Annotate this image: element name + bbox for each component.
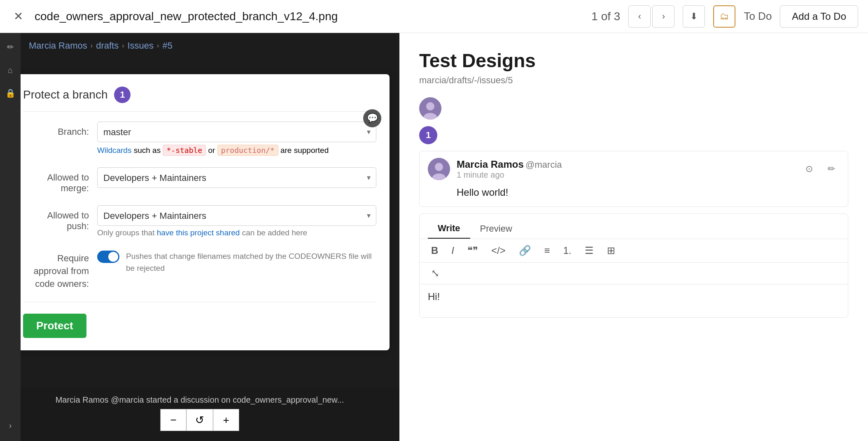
breadcrumb-item[interactable]: #5 (162, 40, 172, 51)
merge-select[interactable]: Developers + Maintainers (97, 167, 376, 188)
expand-row: ⤡ (420, 263, 848, 284)
task-list-button[interactable]: ☰ (581, 243, 597, 258)
next-button[interactable]: › (652, 5, 674, 28)
modal-title: Protect a branch (23, 88, 107, 101)
push-row: Allowed to push: Developers + Maintainer… (23, 205, 376, 237)
code-button[interactable]: </> (488, 243, 509, 258)
todo-label: To Do (744, 10, 772, 23)
push-select-wrapper: Developers + Maintainers (97, 205, 376, 226)
approval-field: ✓ Pushes that change filenames matched b… (97, 249, 376, 274)
avatar (419, 97, 441, 120)
prev-button[interactable]: ‹ (628, 5, 651, 28)
add-todo-button[interactable]: Add a To Do (780, 5, 858, 28)
edit-button[interactable]: ✏ (823, 161, 840, 177)
breadcrumb-user[interactable]: Marcia Ramos (29, 40, 87, 51)
right-panel: Test Designs marcia/drafts/-/issues/5 1 (399, 33, 868, 441)
approval-label: Require approval from code owners: (23, 249, 97, 290)
link-button[interactable]: 🔗 (516, 243, 534, 258)
push-hint: Only groups that have this project share… (97, 228, 376, 237)
wildcard-hint: Wildcards such as *-stable or production… (97, 145, 376, 156)
resolve-button[interactable]: ⊙ (801, 161, 817, 177)
comment-actions: ⊙ ✏ (801, 161, 840, 177)
avatar-image (419, 97, 441, 120)
wildcard-code2: production/* (217, 145, 278, 156)
bottom-bar: Marcia Ramos @marcia started a discussio… (0, 387, 399, 441)
table-button[interactable]: ⊞ (604, 243, 618, 258)
protect-button[interactable]: Protect (23, 314, 86, 338)
comment-meta: Marcia Ramos @marcia 1 minute ago (457, 159, 794, 180)
approval-desc: Pushes that change filenames matched by … (126, 251, 376, 274)
modal-step-badge: 1 (114, 87, 131, 103)
write-tabs: Write Preview (420, 214, 848, 239)
comment-card: Marcia Ramos @marcia 1 minute ago ⊙ ✏ He… (419, 151, 848, 207)
branch-field: master Wildcards such as *-stable or pro… (97, 122, 376, 156)
image-viewer: ✏ ⌂ 🔒 › Marcia Ramos › drafts › Issues ›… (0, 33, 399, 441)
page-counter: 1 of 3 (591, 10, 620, 23)
branch-select[interactable]: master (97, 122, 376, 142)
filename-title: code_owners_approval_new_protected_branc… (35, 10, 583, 23)
svg-point-4 (435, 163, 443, 171)
expand-button[interactable]: ⤡ (428, 266, 443, 281)
step-number: 1 (419, 126, 437, 144)
top-bar: ✕ code_owners_approval_new_protected_bra… (0, 0, 868, 33)
push-select[interactable]: Developers + Maintainers (97, 205, 376, 226)
breadcrumb-section[interactable]: Issues (128, 40, 154, 51)
panel-title: Test Designs (419, 49, 848, 72)
archive-button[interactable]: 🗂 (713, 5, 735, 28)
merge-field: Developers + Maintainers (97, 167, 376, 188)
nav-controls: ‹ › (628, 5, 674, 28)
zoom-in-button[interactable]: + (213, 409, 239, 431)
lock-icon[interactable]: 🔒 (3, 86, 18, 101)
write-tab[interactable]: Write (428, 219, 470, 239)
wildcard-link[interactable]: Wildcards (97, 146, 131, 155)
marker-icon: 💬 (367, 113, 378, 124)
discussion-marker: 💬 (363, 109, 381, 127)
sidebar-icons: ✏ ⌂ 🔒 › (0, 33, 21, 441)
edit-icon[interactable]: ✏ (3, 40, 18, 54)
branch-select-wrapper: master (97, 122, 376, 142)
write-toolbar: B I ❝❞ </> 🔗 ≡ 1. ☰ ⊞ (420, 239, 848, 263)
panel-path: marcia/drafts/-/issues/5 (419, 75, 848, 86)
ordered-list-button[interactable]: 1. (560, 243, 575, 258)
zoom-controls: − ↺ + (160, 409, 239, 431)
bold-button[interactable]: B (428, 243, 441, 258)
quote-button[interactable]: ❝❞ (464, 243, 481, 258)
merge-label: Allowed to merge: (23, 167, 97, 194)
push-label: Allowed to push: (23, 205, 97, 232)
push-hint-link[interactable]: have this project shared (157, 228, 240, 237)
wildcard-code1: *-stable (163, 145, 206, 156)
zoom-reset-button[interactable]: ↺ (187, 409, 213, 431)
bottom-user-row: Marcia Ramos @marcia started a discussio… (31, 391, 369, 409)
preview-tab[interactable]: Preview (470, 219, 522, 239)
toggle-checkmark: ✓ (112, 253, 117, 260)
modal-header: Protect a branch 1 (23, 87, 376, 112)
italic-button[interactable]: I (448, 243, 457, 258)
branch-label: Branch: (23, 122, 97, 137)
approval-toggle[interactable]: ✓ (97, 251, 119, 263)
modal-divider (23, 302, 376, 302)
bullet-list-button[interactable]: ≡ (541, 243, 553, 258)
write-area: Write Preview B I ❝❞ </> 🔗 ≡ 1. ☰ ⊞ ⤡ Hi… (419, 213, 848, 318)
comment-username: @marcia (525, 160, 562, 170)
main-layout: ✏ ⌂ 🔒 › Marcia Ramos › drafts › Issues ›… (0, 33, 868, 441)
push-field: Developers + Maintainers Only groups tha… (97, 205, 376, 237)
comment-header: Marcia Ramos @marcia 1 minute ago ⊙ ✏ (420, 151, 848, 187)
approval-row: Require approval from code owners: ✓ Pus… (23, 249, 376, 290)
zoom-out-button[interactable]: − (160, 409, 187, 431)
bg-breadcrumb: Marcia Ramos › drafts › Issues › #5 (29, 40, 173, 51)
step-indicator: 1 (419, 126, 848, 144)
comment-time: 1 minute ago (457, 170, 794, 180)
download-button[interactable]: ⬇ (683, 5, 705, 28)
protect-branch-modal: Protect a branch 1 Branch: master Wildca… (10, 74, 390, 350)
write-content[interactable]: Hi! (420, 284, 848, 317)
comment-body: Hello world! (420, 187, 848, 206)
comment-author: Marcia Ramos (457, 159, 524, 170)
merge-row: Allowed to merge: Developers + Maintaine… (23, 167, 376, 194)
home-icon[interactable]: ⌂ (3, 63, 18, 77)
merge-select-wrapper: Developers + Maintainers (97, 167, 376, 188)
close-button[interactable]: ✕ (10, 8, 26, 25)
chevron-right-icon[interactable]: › (3, 418, 18, 433)
comment-avatar (428, 158, 450, 180)
breadcrumb-group[interactable]: drafts (96, 40, 119, 51)
branch-row: Branch: master Wildcards such as *-stabl… (23, 122, 376, 156)
